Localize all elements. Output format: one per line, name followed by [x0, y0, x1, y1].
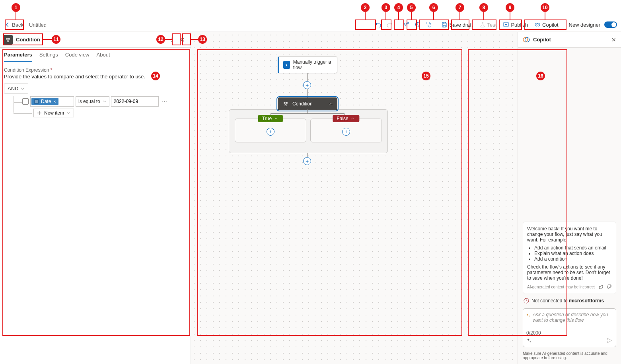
- logic-operator-label: AND: [8, 86, 18, 91]
- copilot-logo-icon: [523, 36, 530, 43]
- version-history-button[interactable]: [412, 19, 423, 30]
- copilot-spark-icon: [526, 312, 530, 318]
- tab-parameters[interactable]: Parameters: [4, 52, 32, 62]
- publish-button[interactable]: Publish: [500, 19, 531, 30]
- thumbs-up-icon[interactable]: [598, 284, 604, 290]
- condition-expression-help: Provide the values to compare and select…: [0, 74, 191, 84]
- chevron-down-icon: [103, 99, 107, 103]
- copilot-icon: [534, 21, 541, 28]
- flow-title[interactable]: Untitled: [29, 22, 47, 28]
- row-select-checkbox[interactable]: [22, 98, 29, 105]
- stethoscope-icon: [425, 21, 432, 28]
- copilot-connection-warning: Not connected to microsoftforms: [523, 298, 616, 304]
- row-more-button[interactable]: ⋯: [160, 99, 169, 105]
- svg-point-2: [430, 24, 431, 25]
- condition-expression-label: Condition Expression: [4, 67, 49, 73]
- required-mark: *: [51, 67, 53, 73]
- false-label: False: [333, 115, 359, 122]
- save-icon: [441, 21, 448, 28]
- plus-icon: [37, 111, 42, 115]
- warning-icon: [524, 298, 529, 304]
- char-counter: 0/2000: [526, 330, 541, 336]
- add-step-button[interactable]: +: [303, 81, 311, 89]
- flask-icon: [479, 21, 486, 28]
- chevron-double-left-icon: [179, 37, 185, 43]
- feedback-button[interactable]: [401, 19, 412, 30]
- left-operand-field[interactable]: Date ×: [30, 96, 74, 107]
- token-label: Date: [41, 99, 51, 104]
- panel-collapse-button[interactable]: [177, 35, 187, 44]
- chevron-up-icon: [274, 117, 278, 121]
- false-branch[interactable]: False +: [310, 119, 382, 142]
- tab-code-view[interactable]: Code view: [65, 52, 90, 62]
- true-branch[interactable]: True +: [235, 119, 306, 142]
- test-label: Test: [487, 22, 497, 28]
- arrow-left-icon: [5, 22, 10, 27]
- history-icon: [414, 21, 420, 28]
- operator-label: is equal to: [78, 99, 100, 104]
- chevron-down-icon: [66, 111, 70, 115]
- condition-label: Condition: [292, 101, 313, 107]
- add-step-after-button[interactable]: +: [303, 157, 311, 165]
- send-icon[interactable]: [606, 337, 613, 344]
- operator-selector[interactable]: is equal to: [76, 96, 109, 107]
- new-designer-label: New designer: [569, 22, 601, 28]
- new-designer-toggle[interactable]: New designer: [566, 19, 619, 30]
- condition-icon: [3, 35, 13, 45]
- save-draft-label: Save draft: [449, 22, 473, 28]
- right-operand-field[interactable]: [111, 96, 159, 107]
- publish-label: Publish: [511, 22, 528, 28]
- undo-icon: [375, 21, 382, 28]
- svg-point-8: [171, 41, 172, 42]
- logic-operator-selector[interactable]: AND: [4, 84, 28, 93]
- copilot-welcome-message: Welcome back! If you want me to change y…: [523, 222, 616, 294]
- redo-button[interactable]: [384, 19, 395, 30]
- panel-title: Condition: [16, 37, 40, 43]
- flow-checker-button[interactable]: [423, 19, 434, 30]
- copilot-footer-disclaimer: Make sure AI-generated content is accura…: [518, 350, 621, 364]
- sparkle-icon[interactable]: [526, 338, 532, 343]
- tab-settings[interactable]: Settings: [39, 52, 58, 62]
- test-button[interactable]: Test: [476, 19, 500, 30]
- flow-canvas[interactable]: Manually trigger a flow + Condition True…: [191, 32, 518, 364]
- copilot-title: Copilot: [533, 37, 551, 43]
- back-button[interactable]: Back: [2, 20, 26, 29]
- condition-icon: [282, 100, 289, 107]
- redo-icon: [386, 21, 393, 28]
- publish-icon: [503, 21, 509, 28]
- svg-rect-9: [35, 100, 38, 103]
- new-item-button[interactable]: New item: [33, 109, 74, 117]
- person-feedback-icon: [403, 21, 409, 28]
- dynamic-content-icon: [34, 99, 39, 104]
- manual-trigger-icon: [283, 61, 290, 69]
- trigger-label: Manually trigger a flow: [293, 59, 333, 70]
- undo-button[interactable]: [373, 19, 384, 30]
- save-draft-button[interactable]: Save draft: [438, 19, 476, 30]
- add-true-action-button[interactable]: +: [267, 128, 274, 136]
- date-token[interactable]: Date ×: [31, 98, 58, 105]
- copilot-button[interactable]: Copilot: [531, 19, 561, 30]
- chevron-up-icon[interactable]: [328, 101, 333, 106]
- condition-node[interactable]: Condition: [278, 97, 337, 110]
- token-remove-icon[interactable]: ×: [53, 99, 56, 104]
- copilot-label: Copilot: [542, 22, 558, 28]
- tab-about[interactable]: About: [97, 52, 110, 62]
- new-item-label: New item: [44, 110, 64, 116]
- svg-point-6: [171, 37, 172, 38]
- thumbs-down-icon[interactable]: [606, 284, 612, 290]
- true-label: True: [258, 115, 283, 122]
- copilot-close-button[interactable]: ✕: [611, 37, 616, 43]
- back-label: Back: [12, 22, 23, 28]
- trigger-node[interactable]: Manually trigger a flow: [278, 56, 337, 73]
- chevron-up-icon: [351, 117, 355, 121]
- chevron-down-icon: [21, 87, 25, 91]
- svg-point-0: [405, 23, 407, 25]
- toggle-switch-icon: [604, 21, 617, 28]
- add-false-action-button[interactable]: +: [342, 128, 350, 136]
- copilot-input[interactable]: Ask a question or describe how you want …: [523, 308, 616, 347]
